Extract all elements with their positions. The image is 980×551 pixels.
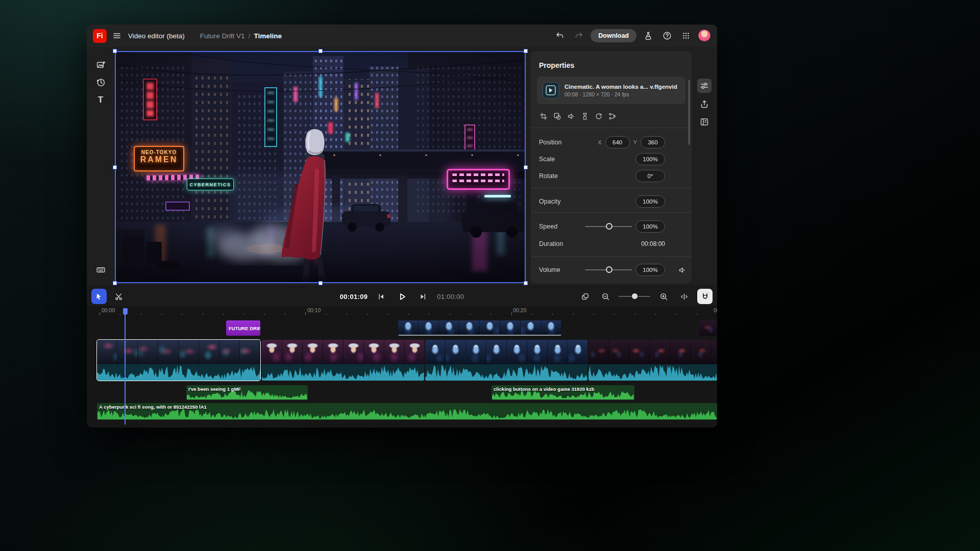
scale-label: Scale	[539, 156, 555, 163]
volume-label: Volume	[539, 266, 560, 273]
breadcrumb: Future Drift V1 / Timeline	[200, 32, 282, 40]
track-overlap-icon[interactable]	[578, 289, 592, 304]
speaker-icon[interactable]	[678, 266, 686, 274]
breadcrumb-page: Timeline	[254, 32, 282, 40]
timeline-zoom-knob[interactable]	[632, 293, 638, 299]
title-clip[interactable]: FUTURE DRIF	[226, 320, 260, 336]
user-avatar[interactable]	[698, 29, 711, 42]
opacity-input[interactable]	[635, 195, 665, 208]
video-preview[interactable]: NEO-TOKYO RAMEN CYBERNETICS	[115, 51, 526, 283]
properties-scrollbar[interactable]	[688, 80, 690, 145]
apps-grid-icon[interactable]	[679, 29, 693, 43]
duration-row: Duration 00:08:00	[531, 237, 692, 251]
undo-icon[interactable]	[553, 29, 567, 43]
select-tool-button[interactable]	[91, 289, 107, 304]
ruler-label: 00:	[714, 307, 717, 313]
overlay-video-clip[interactable]	[398, 320, 561, 336]
selection-handle[interactable]	[113, 165, 117, 169]
add-media-icon[interactable]	[93, 57, 108, 71]
position-y-input[interactable]	[641, 136, 665, 148]
previous-frame-button[interactable]	[374, 289, 388, 304]
position-row: Position X Y	[531, 136, 692, 149]
clip-thumbnails	[589, 340, 717, 364]
ruler-label: 00:00	[102, 307, 115, 313]
position-label: Position	[539, 139, 561, 146]
timeline-zoom-slider[interactable]	[619, 296, 650, 297]
opacity-label: Opacity	[539, 198, 560, 205]
download-button[interactable]: Download	[591, 29, 636, 42]
scale-input[interactable]	[635, 153, 665, 165]
volume-input[interactable]	[635, 264, 665, 276]
selection-handle[interactable]	[318, 281, 323, 285]
selection-handle[interactable]	[524, 281, 528, 285]
audio-icon[interactable]	[567, 112, 575, 120]
play-button[interactable]	[395, 289, 409, 304]
keyboard-icon[interactable]	[93, 262, 108, 277]
audio-clip-2[interactable]: clicking buttons on a video game 31920 k…	[492, 385, 634, 400]
ramen-sign-line2: RAMEN	[135, 155, 183, 164]
branch-icon[interactable]	[608, 112, 617, 120]
ruler-label: 00:10	[307, 307, 321, 313]
next-frame-button[interactable]	[416, 289, 430, 304]
duration-value: 00:08:00	[641, 240, 665, 247]
video-clip-3[interactable]	[425, 340, 587, 381]
position-x-input[interactable]	[605, 136, 630, 148]
snap-toggle-button[interactable]	[697, 289, 713, 304]
history-icon[interactable]	[93, 75, 108, 89]
music-clip[interactable]: A cyberpunk sci fi song, with or 8512422…	[97, 403, 717, 420]
crop-icon[interactable]	[540, 112, 548, 120]
video-clip-4[interactable]	[589, 340, 717, 381]
breadcrumb-project[interactable]: Future Drift V1	[200, 32, 245, 40]
volume-row: Volume	[531, 263, 692, 277]
neon-sign-frame	[447, 169, 510, 190]
left-tool-rail: T	[87, 47, 115, 286]
refresh-icon[interactable]	[595, 112, 603, 120]
redo-icon[interactable]	[572, 29, 586, 43]
selection-handle[interactable]	[113, 49, 117, 53]
playhead[interactable]	[125, 308, 126, 424]
fit-timeline-button[interactable]	[677, 289, 691, 304]
properties-title: Properties	[539, 61, 574, 69]
volume-slider-knob[interactable]	[606, 266, 612, 273]
transport-bar: 00:01:09 01:00:00	[87, 286, 717, 306]
desktop-background: Fi Video editor (beta) Future Drift V1 /…	[0, 0, 980, 551]
clip-thumbnails	[97, 340, 260, 364]
right-panel-rail	[692, 47, 717, 286]
video-clip-2[interactable]	[262, 340, 424, 381]
timeline: 00:00 00:10 00:20 00: FUTURE DRIF	[87, 306, 717, 428]
selection-handle[interactable]	[318, 49, 323, 53]
adjust-panel-icon[interactable]	[697, 79, 712, 93]
audio-clip-1[interactable]: I've been seeing 1 gMF	[186, 385, 308, 400]
timeline-ruler[interactable]: 00:00 00:10 00:20 00:	[87, 306, 717, 316]
text-tool-icon[interactable]: T	[93, 93, 108, 107]
export-panel-icon[interactable]	[697, 97, 712, 111]
scale-row: Scale	[531, 153, 692, 166]
music-clip-label: A cyberpunk sci fi song, with or 8512422…	[99, 404, 207, 410]
speed-slider-knob[interactable]	[606, 223, 612, 230]
rotate-input[interactable]	[635, 170, 665, 182]
notes-panel-icon[interactable]	[697, 115, 712, 129]
menu-icon[interactable]	[110, 29, 124, 43]
zoom-out-button[interactable]	[598, 289, 612, 304]
speed-slider[interactable]	[585, 226, 632, 227]
opacity-row: Opacity	[531, 195, 692, 208]
help-icon[interactable]	[660, 29, 674, 43]
clip-info-card[interactable]: Cinematic. A woman looks a... v.ffgenvid…	[537, 77, 685, 104]
music-waveform	[97, 409, 717, 419]
zoom-in-button[interactable]	[656, 289, 671, 304]
volume-slider[interactable]	[585, 269, 632, 270]
top-bar: Fi Video editor (beta) Future Drift V1 /…	[87, 24, 717, 47]
mask-icon[interactable]	[553, 112, 561, 120]
speed-input[interactable]	[635, 220, 665, 233]
fluorescent-tube-light	[484, 195, 511, 197]
firefly-logo[interactable]: Fi	[93, 29, 107, 43]
cut-tool-button[interactable]	[111, 289, 126, 304]
hourglass-icon[interactable]	[581, 112, 589, 120]
beaker-icon[interactable]	[641, 29, 655, 43]
video-clip-1-selected[interactable]	[97, 340, 260, 381]
selection-handle[interactable]	[524, 165, 528, 169]
ruler-label: 00:20	[513, 307, 526, 313]
selection-handle[interactable]	[113, 281, 117, 285]
overlay-video-clip[interactable]	[699, 320, 717, 336]
selection-handle[interactable]	[524, 49, 528, 53]
